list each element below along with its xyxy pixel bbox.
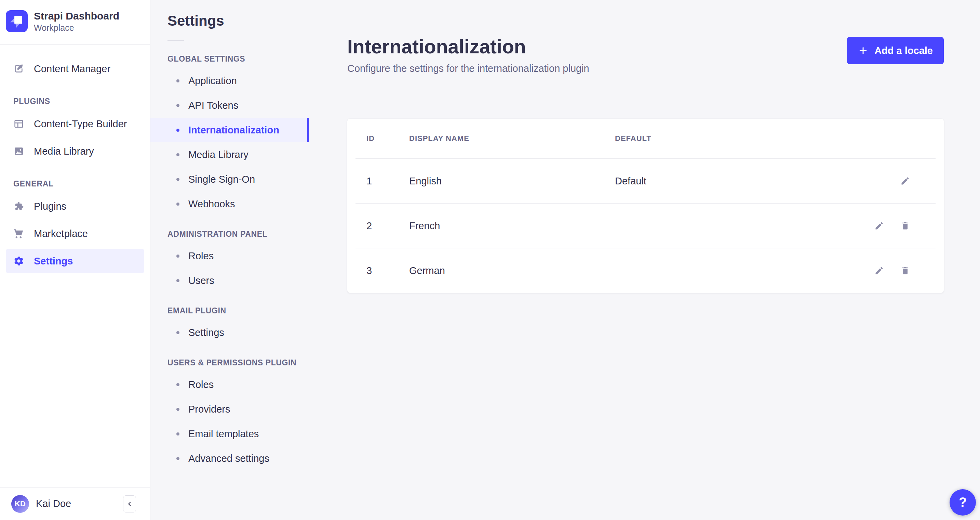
subnav-item-providers[interactable]: Providers (150, 397, 309, 421)
subnav-item-label: Roles (188, 250, 214, 262)
nav-item-media-library[interactable]: Media Library (6, 139, 144, 164)
subnav-section-users-permissions: USERS & PERMISSIONS PLUGIN Roles Provide… (150, 358, 309, 471)
subnav-item-label: Users (188, 275, 214, 286)
table-row-german[interactable]: 3 German (347, 248, 944, 293)
subnav-item-label: Email templates (188, 428, 259, 440)
cell-display-name: German (409, 265, 615, 276)
nav-item-label: Content-Type Builder (34, 118, 127, 130)
chevron-left-icon (126, 500, 133, 508)
content-type-builder-icon (13, 118, 24, 129)
nav-item-label: Settings (34, 255, 73, 267)
subnav-section-label: EMAIL PLUGIN (167, 306, 309, 316)
app-root: Strapi Dashboard Workplace Content Manag… (0, 0, 980, 520)
edit-locale-button[interactable] (873, 265, 885, 276)
nav-footer: KD Kai Doe (0, 487, 150, 520)
delete-locale-button[interactable] (899, 265, 911, 276)
plus-icon (858, 46, 868, 56)
column-header-id: ID (366, 134, 409, 143)
trash-icon (900, 221, 910, 231)
help-button[interactable]: ? (950, 489, 976, 515)
bullet-icon (177, 203, 180, 206)
subnav-item-label: Internationalization (188, 124, 279, 136)
strapi-logo-icon (6, 10, 28, 32)
bullet-icon (177, 432, 180, 435)
page-header-text: Internationalization Configure the setti… (347, 35, 589, 74)
main-nav-sidebar: Strapi Dashboard Workplace Content Manag… (0, 0, 150, 520)
cell-id: 2 (366, 220, 409, 231)
bullet-icon (177, 129, 180, 132)
bullet-icon (177, 279, 180, 282)
subnav-item-email-settings[interactable]: Settings (150, 320, 309, 345)
subnav-item-webhooks[interactable]: Webhooks (150, 191, 309, 216)
cell-id: 1 (366, 175, 409, 187)
subnav-item-advanced-settings[interactable]: Advanced settings (150, 446, 309, 471)
subnav-section-email-plugin: EMAIL PLUGIN Settings (150, 306, 309, 345)
subnav-item-up-roles[interactable]: Roles (150, 372, 309, 397)
workspace-brand[interactable]: Strapi Dashboard Workplace (0, 0, 150, 45)
subnav-divider (167, 40, 184, 41)
subnav-item-label: Webhooks (188, 198, 235, 210)
subnav-item-label: Settings (188, 327, 224, 338)
subnav-item-api-tokens[interactable]: API Tokens (150, 93, 309, 118)
marketplace-icon (13, 228, 24, 239)
table-header-row: ID DISPLAY NAME DEFAULT (347, 119, 944, 158)
page-title: Internationalization (347, 35, 589, 57)
bullet-icon (177, 153, 180, 156)
subnav-item-media-library[interactable]: Media Library (150, 142, 309, 167)
cell-default: Default (615, 175, 867, 187)
table-row-english[interactable]: 1 English Default (347, 159, 944, 203)
subnav-item-email-templates[interactable]: Email templates (150, 421, 309, 446)
brand-text: Strapi Dashboard Workplace (34, 10, 119, 33)
nav-item-label: Marketplace (34, 228, 88, 239)
subnav-title: Settings (167, 12, 309, 29)
bullet-icon (177, 79, 180, 83)
subnav-item-single-sign-on[interactable]: Single Sign-On (150, 167, 309, 191)
row-actions (867, 220, 924, 231)
workspace-title: Strapi Dashboard (34, 10, 119, 22)
question-mark-icon: ? (959, 495, 967, 510)
bullet-icon (177, 255, 180, 258)
delete-locale-button[interactable] (899, 220, 911, 231)
media-library-icon (13, 146, 24, 157)
page-header: Internationalization Configure the setti… (347, 0, 944, 74)
column-header-default: DEFAULT (615, 134, 867, 143)
subnav-item-admin-users[interactable]: Users (150, 268, 309, 293)
bullet-icon (177, 457, 180, 460)
user-name: Kai Doe (36, 498, 123, 509)
nav-item-content-manager[interactable]: Content Manager (6, 56, 144, 81)
nav-item-content-type-builder[interactable]: Content-Type Builder (6, 112, 144, 136)
table-row-french[interactable]: 2 French (347, 204, 944, 248)
subnav-item-label: API Tokens (188, 100, 238, 111)
add-locale-button[interactable]: Add a locale (847, 37, 944, 64)
subnav-item-label: Advanced settings (188, 453, 269, 464)
plugins-icon (13, 201, 24, 212)
pencil-icon (900, 176, 910, 186)
locales-table: ID DISPLAY NAME DEFAULT 1 English Defaul… (347, 119, 944, 293)
subnav-item-label: Media Library (188, 149, 248, 160)
subnav-item-label: Providers (188, 404, 231, 415)
user-avatar[interactable]: KD (11, 495, 29, 513)
nav-item-plugins[interactable]: Plugins (6, 194, 144, 219)
nav-item-settings[interactable]: Settings (6, 249, 144, 273)
nav-item-marketplace[interactable]: Marketplace (6, 221, 144, 246)
subnav-item-internationalization[interactable]: Internationalization (150, 118, 309, 142)
subnav-section-administration-panel: ADMINISTRATION PANEL Roles Users (150, 229, 309, 293)
bullet-icon (177, 383, 180, 386)
subnav-section-label: USERS & PERMISSIONS PLUGIN (167, 358, 309, 367)
main-content: Internationalization Configure the setti… (309, 0, 980, 520)
nav-item-label: Content Manager (34, 63, 110, 75)
cell-display-name: English (409, 175, 615, 187)
bullet-icon (177, 331, 180, 334)
subnav-item-label: Application (188, 75, 237, 86)
subnav-section-label: ADMINISTRATION PANEL (167, 229, 309, 239)
add-locale-button-label: Add a locale (874, 45, 933, 56)
subnav-section-global-settings: GLOBAL SETTINGS Application API Tokens I… (150, 54, 309, 216)
collapse-sidebar-button[interactable] (123, 495, 136, 512)
subnav-item-application[interactable]: Application (150, 69, 309, 93)
settings-subnav: Settings GLOBAL SETTINGS Application API… (150, 0, 309, 520)
edit-locale-button[interactable] (899, 175, 911, 187)
edit-locale-button[interactable] (873, 220, 885, 231)
subnav-item-label: Single Sign-On (188, 174, 255, 185)
subnav-section-label: GLOBAL SETTINGS (167, 54, 309, 64)
subnav-item-admin-roles[interactable]: Roles (150, 244, 309, 268)
